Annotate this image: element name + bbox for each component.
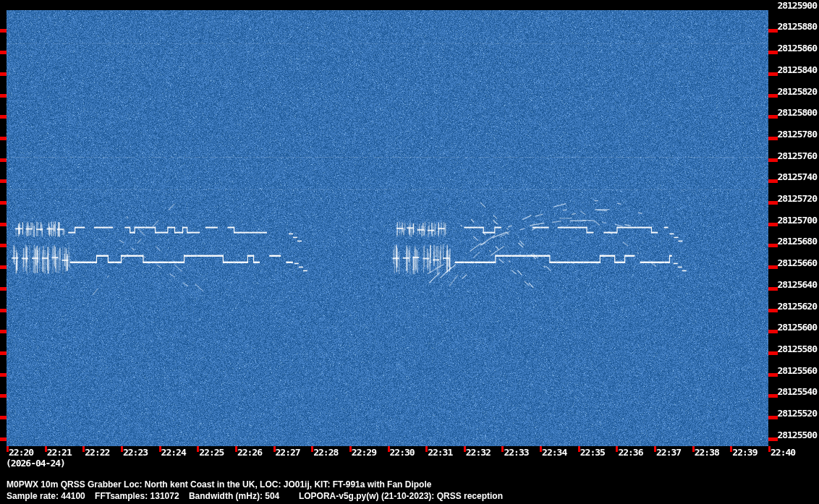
freq-tick-mark [0,244,7,247]
time-tick-label: 22:24 [161,448,186,458]
freq-tick-mark [0,265,7,269]
time-tick-label: 22:22 [85,448,109,458]
freq-tick-mark [0,330,7,333]
freq-tick-mark [768,394,778,398]
freq-tick-mark [768,351,778,355]
freq-tick-label: 28125700 [777,216,817,225]
freq-tick-mark [768,179,778,183]
time-tick-label: 22:26 [237,448,262,458]
time-tick-label: 22:20 [9,448,33,458]
capture-settings-line: Sample rate: 44100 FFTsamples: 131072 Ba… [7,491,503,501]
freq-tick-mark [768,416,778,419]
freq-tick-label: 28125880 [777,22,817,31]
freq-tick-mark [0,309,7,312]
time-tick-label: 22:29 [352,448,376,458]
freq-tick-mark [0,201,7,205]
freq-tick-mark [768,137,778,140]
time-tick-label: 22:36 [618,448,642,458]
freq-tick-mark [0,115,7,119]
spectrogram-canvas [7,10,768,446]
freq-tick-label: 28125620 [777,302,817,311]
freq-tick-mark [768,287,778,291]
freq-tick-mark [0,394,7,398]
time-tick-label: 22:34 [542,448,566,458]
freq-tick-mark [768,244,778,247]
freq-tick-label: 28125520 [777,409,817,418]
station-info-line: M0PWX 10m QRSS Grabber Loc: North kent C… [7,479,431,490]
freq-tick-mark [0,179,7,183]
freq-tick-label: 28125820 [777,87,817,96]
freq-tick-label: 28125560 [777,367,817,375]
freq-tick-mark [768,330,778,333]
freq-tick-label: 28125680 [777,237,817,246]
time-tick-label: 22:38 [695,448,719,458]
freq-tick-label: 28125900 [777,1,817,10]
freq-tick-mark [0,223,7,226]
freq-tick-label: 28125840 [777,66,817,74]
freq-tick-mark [0,51,7,54]
qrss-grabber-screen: 2812590028125880281258602812584028125820… [0,0,819,504]
freq-tick-mark [0,29,7,33]
freq-tick-mark [0,137,7,140]
time-tick-label: 22:23 [123,448,148,458]
freq-tick-mark [768,373,778,377]
freq-tick-mark [768,223,778,226]
freq-tick-label: 28125800 [777,108,817,117]
freq-tick-label: 28125860 [777,44,817,53]
freq-tick-label: 28125760 [777,152,817,161]
freq-tick-mark [0,373,7,377]
freq-tick-mark [0,94,7,98]
freq-tick-label: 28125660 [777,259,817,268]
freq-tick-mark [768,201,778,205]
freq-tick-label: 28125640 [777,281,817,289]
freq-tick-label: 28125600 [777,323,817,332]
time-tick-label: 22:33 [504,448,528,458]
time-tick-label: 22:40 [771,448,795,458]
freq-tick-label: 28125720 [777,195,817,203]
time-tick-label: 22:35 [580,448,605,458]
time-tick-label: 22:27 [276,448,300,458]
freq-tick-mark [0,158,7,162]
freq-tick-label: 28125500 [777,431,817,440]
freq-tick-mark [768,158,778,162]
freq-tick-mark [768,437,778,441]
time-tick-label: 22:39 [732,448,757,458]
freq-tick-mark [768,51,778,54]
time-tick-label: 22:25 [199,448,224,458]
time-tick-label: 22:31 [428,448,452,458]
time-tick-label: 22:30 [390,448,415,458]
freq-tick-mark [0,416,7,419]
freq-tick-label: 28125740 [777,173,817,181]
freq-tick-mark [768,29,778,33]
freq-tick-label: 28125580 [777,345,817,354]
time-tick-label: 22:37 [656,448,681,458]
freq-tick-mark [0,351,7,355]
freq-tick-mark [768,94,778,98]
date-label: (2026-04-24) [6,458,65,469]
freq-tick-mark [768,115,778,119]
freq-tick-label: 28125780 [777,130,817,139]
time-tick-label: 22:28 [313,448,338,458]
freq-tick-mark [768,309,778,312]
freq-tick-label: 28125540 [777,388,817,396]
freq-tick-mark [0,72,7,76]
freq-tick-mark [768,72,778,76]
freq-tick-mark [0,437,7,441]
freq-tick-mark [0,287,7,291]
time-tick-label: 22:21 [47,448,72,458]
time-tick-label: 22:32 [466,448,491,458]
freq-tick-mark [768,265,778,269]
